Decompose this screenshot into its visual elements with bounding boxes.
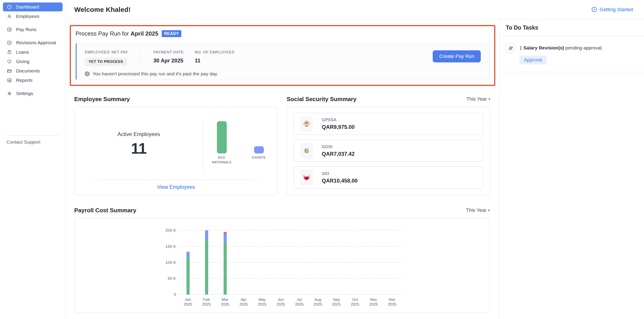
net-pay-label: EMPLOYEES' NET PAY [85, 50, 140, 55]
dashboard-gauge-icon [7, 4, 12, 10]
sidebar-item-label: Loans [16, 50, 29, 55]
social-security-row-gosi[interactable]: GOSI QAR7,037.42 [294, 140, 484, 162]
payroll-month-column: Jun 2025 [272, 230, 290, 295]
create-pay-run-button[interactable]: Create Pay Run [433, 50, 481, 62]
payment-date-value: 30 Apr 2025 [154, 58, 195, 64]
employee-bar-group: EXPATS [246, 146, 272, 165]
sidebar-item-label: Employees [16, 14, 39, 19]
payroll-dashboard: Dashboard Employees Pay Runs Revisions A… [0, 0, 644, 319]
payroll-month-column: Sep 2025 [327, 230, 346, 295]
field-divider [140, 51, 140, 65]
todo-task-row: 1 Salary Revision(s) pending approval. A… [500, 36, 644, 72]
coins-icon [505, 43, 516, 53]
employee-summary-card: Active Employees 11 GCC NATIONALSEXPATS … [74, 107, 278, 195]
money-bag-icon [7, 50, 12, 55]
y-axis-tick-label: 100 K [166, 260, 176, 265]
gpssa-label: GPSSA [322, 117, 355, 122]
payroll-period-dropdown[interactable]: This Year ▾ [466, 207, 490, 213]
gpssa-uae-emblem-icon [300, 116, 313, 132]
payroll-cost-card: 050 K100 K150 K200 K Jan 2025Feb 2025Mar… [74, 218, 490, 313]
payroll-month-column: Jul 2025 [290, 230, 308, 295]
employee-summary-section: Employee Summary Active Employees 11 GCC… [74, 96, 278, 195]
payrun-title: Process Pay Run for April 2025 [76, 30, 158, 37]
active-employees-count: 11 [131, 140, 147, 157]
employee-bar [254, 146, 264, 153]
payroll-chart: 050 K100 K150 K200 K Jan 2025Feb 2025Mar… [162, 230, 402, 295]
sidebar-item-giving[interactable]: Giving [3, 57, 62, 66]
payroll-month-column: Apr 2025 [234, 230, 253, 295]
payroll-cost-title: Payroll Cost Summary [74, 207, 136, 214]
employee-count-field: NO. OF EMPLOYEES 11 [195, 50, 244, 64]
net-pay-masked-value: YET TO PROCESS [85, 58, 127, 66]
gpssa-amount: QAR9,975.00 [322, 124, 355, 130]
y-axis-tick-label: 50 K [168, 276, 176, 281]
sidebar-item-pay-runs[interactable]: Pay Runs [3, 25, 62, 34]
sidebar-item-label: Dashboard [16, 4, 39, 10]
sidebar-item-label: Pay Runs [16, 27, 36, 32]
approve-button[interactable]: Approve [520, 56, 547, 65]
sio-label: SIO [322, 171, 358, 176]
payroll-bar-segment-blue [186, 252, 190, 259]
chevron-down-icon: ▾ [488, 208, 490, 212]
employee-bar-label: GCC NATIONALS [209, 155, 234, 165]
person-icon [7, 14, 12, 19]
payroll-bar-segment-blue [205, 230, 208, 240]
page-title: Welcome Khaled! [74, 6, 131, 14]
sidebar-item-loans[interactable]: Loans [3, 48, 62, 57]
sidebar: Dashboard Employees Pay Runs Revisions A… [0, 0, 66, 319]
contact-support-link[interactable]: Contact Support [6, 139, 66, 145]
info-icon: i [85, 71, 90, 76]
x-axis-month-label: Dec 2025 [380, 297, 404, 307]
payroll-month-column: Dec 2025 [383, 230, 402, 295]
payroll-bar-segment-green [224, 243, 227, 295]
social-security-row-gpssa[interactable]: GPSSA QAR9,975.00 [294, 113, 484, 135]
payroll-month-column: Jan 2025 [179, 230, 197, 295]
view-employees-link[interactable]: View Employees [157, 184, 195, 190]
getting-started-link[interactable]: Getting Started [591, 7, 633, 13]
folder-icon [7, 68, 12, 74]
social-security-title: Social Security Summary [287, 96, 356, 103]
social-security-row-sio[interactable]: SIO QAR10,458.00 [294, 166, 484, 189]
employee-count-value: 11 [195, 58, 244, 64]
sidebar-item-employees[interactable]: Employees [3, 12, 62, 21]
sidebar-item-dashboard[interactable]: Dashboard [3, 3, 62, 12]
social-security-section: Social Security Summary This Year ▾ [287, 96, 490, 195]
gosi-amount: QAR7,037.42 [322, 151, 355, 157]
payroll-month-column: Mar 2025 [216, 230, 234, 295]
payroll-bar-segment-green [186, 259, 190, 295]
payroll-columns: Jan 2025Feb 2025Mar 2025Apr 2025May 2025… [179, 230, 402, 295]
gosi-logo-icon [300, 143, 313, 159]
sidebar-item-label: Documents [16, 68, 40, 74]
todo-title: To Do Tasks [506, 24, 538, 31]
y-axis-tick-label: 0 [174, 292, 176, 297]
sidebar-item-documents[interactable]: Documents [3, 67, 62, 75]
sidebar-divider [6, 135, 60, 136]
sio-amount: QAR10,458.00 [322, 178, 358, 184]
payroll-month-column: Aug 2025 [308, 230, 327, 295]
net-pay-field: EMPLOYEES' NET PAY YET TO PROCESS [85, 50, 140, 66]
payroll-cost-section-head: Payroll Cost Summary This Year ▾ [74, 207, 490, 213]
payroll-bar-segment-blue [224, 233, 227, 243]
todo-panel: To Do Tasks 1 Salary Revision(s) pending… [499, 20, 644, 319]
play-circle-icon [591, 7, 597, 13]
payroll-y-axis: 050 K100 K150 K200 K [162, 230, 176, 295]
pay-run-arrow-icon [7, 27, 12, 32]
check-square-icon [7, 40, 12, 46]
employee-card-footer: View Employees [75, 179, 277, 195]
social-security-card: GPSSA QAR9,975.00 [287, 107, 490, 195]
gosi-label: GOSI [322, 144, 355, 149]
payroll-month-column: Nov 2025 [364, 230, 383, 295]
sidebar-item-reports[interactable]: Reports [3, 76, 62, 85]
sidebar-item-revisions-approval[interactable]: Revisions Approval [3, 38, 62, 47]
sio-bahrain-emblem-icon [300, 170, 313, 185]
topbar: Welcome Khaled! Getting Started [66, 0, 644, 20]
social-security-period-dropdown[interactable]: This Year ▾ [466, 96, 490, 102]
sidebar-item-settings[interactable]: Settings [3, 89, 62, 98]
sidebar-nav: Dashboard Employees Pay Runs Revisions A… [0, 3, 66, 98]
y-axis-tick-label: 200 K [166, 228, 176, 233]
main-content: Welcome Khaled! Getting Started Process … [66, 0, 644, 319]
payroll-month-column: Feb 2025 [197, 230, 216, 295]
y-axis-tick-label: 150 K [166, 244, 176, 249]
sidebar-item-label: Revisions Approval [16, 40, 56, 46]
payrun-status-badge: READY [162, 30, 181, 37]
